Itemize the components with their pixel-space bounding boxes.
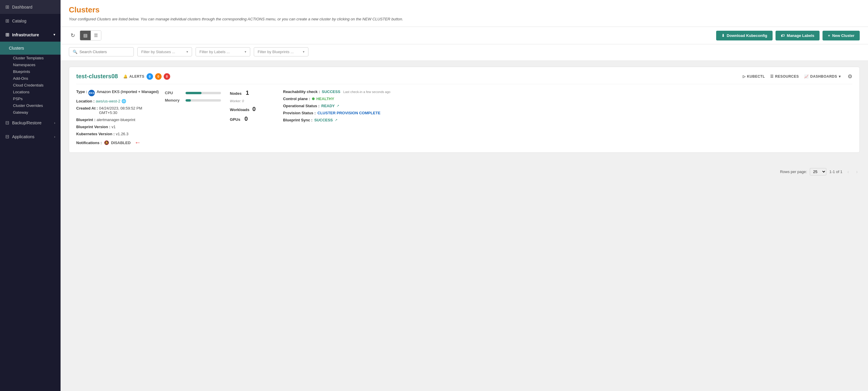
pagination: Rows per page: 25 50 100 1-1 of 1 ‹ › [61, 164, 868, 180]
sidebar-item-label: Clusters [9, 46, 24, 51]
terminal-icon: ▷ [743, 74, 746, 78]
created-at-value: 04/24/2023, 08:59:52 PM GMT+5:30 [99, 106, 159, 115]
kubernetes-version-value: v1.26.3 [116, 132, 128, 136]
sidebar-item-label: Gateway [13, 110, 28, 115]
kubernetes-version-row: Kubernetes Version : v1.26.3 [76, 132, 159, 136]
manage-labels-label: Manage Labels [787, 33, 814, 38]
sidebar-item-label: PSPs [13, 97, 23, 101]
rows-per-page-select[interactable]: 25 50 100 [810, 168, 826, 175]
search-input[interactable] [80, 50, 130, 54]
memory-progress-bar [186, 99, 221, 102]
sidebar-item-label: Catalog [12, 19, 26, 23]
location-text: aws/us-west-2 [96, 99, 120, 103]
chevron-down-icon: ▾ [186, 50, 188, 54]
notifications-row: Notifications : 🔕 DISABLED ← [76, 139, 159, 146]
cpu-row: CPU [165, 91, 224, 95]
sidebar-item-applications[interactable]: ⊟ Applications › [0, 130, 61, 143]
arrow-indicator: ← [134, 139, 141, 146]
type-value: EKS Amazon EKS (Imported + Managed) [88, 90, 159, 96]
view-toggle: ▤ ☰ [80, 30, 101, 40]
type-label: Type : [76, 90, 87, 94]
plus-icon: + [828, 33, 830, 38]
reachability-label: Reachability check : [283, 90, 320, 94]
refresh-button[interactable]: ↻ [69, 30, 77, 40]
memory-progress-fill [186, 99, 191, 102]
settings-button[interactable]: ⚙ [848, 73, 852, 80]
location-value[interactable]: aws/us-west-2 🌐 [96, 99, 126, 103]
labels-filter[interactable]: Filter by Labels ... ▾ [195, 47, 250, 56]
health-dot [312, 97, 315, 100]
nodes-label: Nodes [230, 91, 242, 96]
chevron-down-icon: ▾ [303, 50, 305, 54]
next-page-button[interactable]: › [854, 168, 860, 175]
workloads-value: 0 [252, 106, 255, 112]
list-view-button[interactable]: ☰ [91, 31, 101, 40]
sidebar-item-label: Add-Ons [13, 76, 28, 80]
bell-off-icon: 🔕 [104, 140, 109, 145]
dashboards-link[interactable]: 📈 DASHBOARDS ▾ [804, 74, 840, 78]
sidebar-item-cluster-templates[interactable]: Cluster Templates [0, 55, 61, 61]
cluster-body: Type : EKS Amazon EKS (Imported + Manage… [76, 90, 852, 146]
blueprint-version-label: Blueprint Version : [76, 125, 111, 129]
manage-labels-button[interactable]: 🏷 Manage Labels [776, 31, 819, 40]
resources-link[interactable]: ☰ RESOURCES [770, 74, 799, 78]
operational-status-link[interactable]: ↗ [337, 104, 339, 108]
page-range: 1-1 of 1 [829, 169, 842, 174]
sidebar-item-infrastructure[interactable]: ⊞ Infrastructure ▾ [0, 28, 61, 42]
blueprints-filter[interactable]: Filter by Blueprints ... ▾ [254, 47, 308, 56]
alerts-orange-badge: 0 [155, 73, 162, 80]
catalog-icon: ⊞ [5, 18, 9, 24]
kubernetes-version-label: Kubernetes Version : [76, 132, 115, 136]
operational-status-row: Operational Status : READY ↗ [283, 104, 846, 108]
blueprint-version-row: Blueprint Version : v1 [76, 125, 159, 129]
kubectl-link[interactable]: ▷ KUBECTL [743, 74, 765, 78]
sidebar-item-clusters[interactable]: Clusters [0, 42, 61, 55]
new-cluster-button[interactable]: + New Cluster [823, 31, 860, 40]
status-filter[interactable]: Filter by Statuses ... ▾ [137, 47, 192, 56]
sidebar-item-label: Cluster Overrides [13, 103, 43, 108]
cpu-progress-fill [186, 92, 202, 94]
control-plane-value: HEALTHY [316, 97, 334, 101]
blueprints-filter-label: Filter by Blueprints ... [258, 50, 294, 54]
gpus-value: 0 [244, 116, 248, 122]
resources-icon: ☰ [770, 74, 774, 78]
sidebar-item-label: Infrastructure [12, 32, 39, 37]
download-kubeconfig-button[interactable]: ⬇ Download Kubeconfig [716, 31, 773, 40]
prev-page-button[interactable]: ‹ [845, 168, 851, 175]
sidebar-item-backup-restore[interactable]: ⊟ Backup/Restore › [0, 116, 61, 130]
metrics-col: Nodes 1 Worker: 0 Workloads 0 GPUs 0 [230, 90, 283, 146]
blueprint-sync-link[interactable]: ↗ [335, 118, 337, 122]
type-text: Amazon EKS (Imported + Managed) [97, 90, 159, 94]
sidebar-item-psps[interactable]: PSPs [0, 95, 61, 102]
sidebar-item-label: Dashboard [12, 5, 32, 9]
cluster-header-actions: ▷ KUBECTL ☰ RESOURCES 📈 DASHBOARDS ▾ ⚙ [743, 73, 852, 80]
sidebar-item-catalog[interactable]: ⊞ Catalog [0, 14, 61, 28]
sidebar-item-label: Applications [12, 134, 35, 139]
blueprint-label: Blueprint : [76, 118, 95, 122]
checkin-text: Last check-in a few seconds ago [343, 90, 391, 94]
provision-status-value: CLUSTER PROVISION COMPLETE [318, 111, 380, 115]
sidebar-item-cloud-credentials[interactable]: Cloud Credentials [0, 82, 61, 89]
control-plane-row: Control plane : HEALTHY [283, 97, 846, 101]
location-row: Location : aws/us-west-2 🌐 [76, 99, 159, 103]
sidebar-item-cluster-overrides[interactable]: Cluster Overrides [0, 102, 61, 109]
sidebar-item-label: Locations [13, 90, 30, 94]
cluster-card: test-clusters08 🔔 ALERTS 0 0 0 ▷ KUBECTL [69, 67, 860, 153]
sidebar-item-locations[interactable]: Locations [0, 89, 61, 95]
grid-view-button[interactable]: ▤ [80, 31, 91, 40]
type-row: Type : EKS Amazon EKS (Imported + Manage… [76, 90, 159, 96]
cluster-name[interactable]: test-clusters08 [76, 73, 118, 80]
globe-icon: 🌐 [121, 99, 126, 103]
reachability-value: SUCCESS [322, 90, 340, 94]
chevron-right-icon: › [54, 121, 55, 125]
sidebar-item-blueprints[interactable]: Blueprints [0, 68, 61, 75]
blueprint-version-value: v1 [112, 125, 116, 129]
sidebar-item-label: Cluster Templates [13, 56, 44, 60]
sidebar-item-namespaces[interactable]: Namespaces [0, 61, 61, 68]
sidebar-item-gateway[interactable]: Gateway [0, 109, 61, 116]
applications-icon: ⊟ [5, 134, 9, 139]
sidebar-item-dashboard[interactable]: ⊞ Dashboard [0, 0, 61, 14]
page-title: Clusters [69, 5, 860, 14]
sidebar-item-label: Backup/Restore [12, 121, 42, 125]
sidebar-item-add-ons[interactable]: Add-Ons [0, 75, 61, 82]
